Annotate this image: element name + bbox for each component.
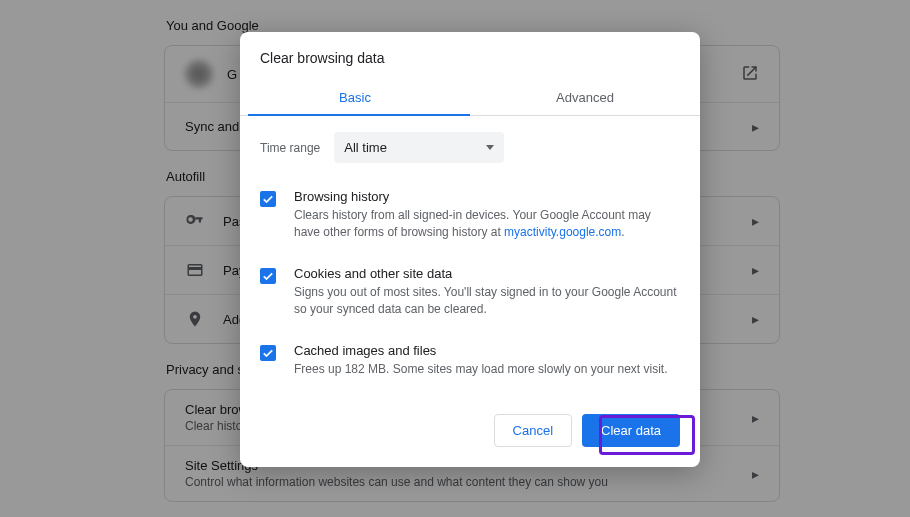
checkbox[interactable] [260,345,276,361]
option-cache: Cached images and files Frees up 182 MB.… [260,331,680,390]
myactivity-link[interactable]: myactivity.google.com [504,225,621,239]
time-range-select[interactable]: All time [334,132,504,163]
clear-data-dialog: Clear browsing data Basic Advanced Time … [240,32,700,467]
dialog-tabs: Basic Advanced [240,80,700,116]
option-desc-0: Clears history from all signed-in device… [294,207,680,242]
tab-advanced[interactable]: Advanced [470,80,700,115]
option-cookies: Cookies and other site data Signs you ou… [260,254,680,331]
dialog-actions: Cancel Clear data [240,396,700,467]
options-list: Browsing history Clears history from all… [240,171,700,396]
option-title-2: Cached images and files [294,343,680,358]
option-browsing-history: Browsing history Clears history from all… [260,177,680,254]
clear-data-button[interactable]: Clear data [582,414,680,447]
chevron-down-icon [486,145,494,150]
tab-basic[interactable]: Basic [240,80,470,115]
option-desc-1: Signs you out of most sites. You'll stay… [294,284,680,319]
option-title-1: Cookies and other site data [294,266,680,281]
dialog-title: Clear browsing data [240,32,700,80]
time-range-value: All time [344,140,387,155]
checkbox[interactable] [260,191,276,207]
option-title-0: Browsing history [294,189,680,204]
time-range-row: Time range All time [240,116,700,171]
tab-indicator [248,114,470,116]
checkbox[interactable] [260,268,276,284]
time-range-label: Time range [260,141,320,155]
option-desc-2: Frees up 182 MB. Some sites may load mor… [294,361,680,378]
cancel-button[interactable]: Cancel [494,414,572,447]
